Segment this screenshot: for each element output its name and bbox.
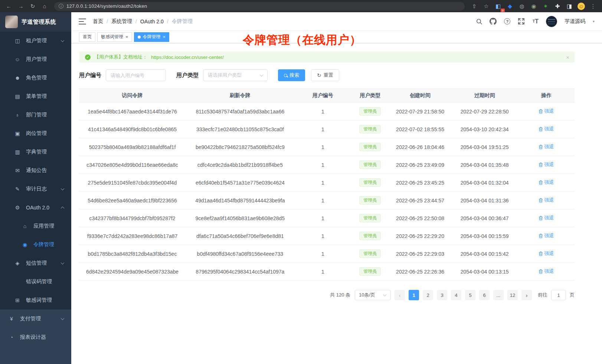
gem-extension-icon[interactable]: ◆ bbox=[505, 1, 515, 11]
force-logout-button[interactable]: 强退 bbox=[539, 126, 554, 132]
site-info-icon[interactable]: i bbox=[59, 4, 63, 9]
close-icon[interactable]: × bbox=[566, 54, 569, 60]
sidebar-item-notice[interactable]: ✉通知公告 bbox=[0, 161, 71, 180]
force-logout-button[interactable]: 强退 bbox=[539, 215, 554, 221]
chevron-down-icon[interactable]: ▾ bbox=[593, 19, 595, 23]
sidebar-item-pay[interactable]: ¥支付管理 bbox=[0, 310, 71, 328]
user-id-cell: 1 bbox=[295, 245, 351, 263]
page-size-select[interactable]: 10条/页 bbox=[355, 290, 391, 300]
user-type-select[interactable]: 请选择用户类型 bbox=[203, 69, 268, 81]
more-pages-button[interactable]: ... bbox=[493, 290, 504, 300]
action-cell: 强退 bbox=[518, 174, 575, 192]
user-type-cell: 管理员 bbox=[351, 120, 389, 138]
help-icon[interactable]: ? bbox=[504, 18, 511, 25]
collapse-sidebar-icon[interactable] bbox=[79, 19, 86, 24]
user-id-cell: 1 bbox=[295, 227, 351, 245]
doc-link[interactable]: https://doc.iocoder.cn/user-center/ bbox=[151, 54, 224, 60]
home-icon[interactable]: ⌂ bbox=[39, 1, 50, 11]
trash-icon bbox=[539, 162, 543, 167]
search-icon[interactable] bbox=[475, 18, 483, 25]
bookmark-star-icon[interactable]: ☆ bbox=[481, 1, 491, 11]
access-token-cell: 1ea5e44f8bc1467aaede43144f31de76 bbox=[79, 103, 186, 120]
prev-page-button[interactable]: ‹ bbox=[395, 290, 405, 300]
sidebar-item-report[interactable]: ◔报表设计器 bbox=[0, 328, 71, 347]
profile-avatar[interactable]: ☺ bbox=[576, 1, 586, 11]
user-type-badge: 管理员 bbox=[359, 267, 381, 275]
command-extension-icon[interactable]: ◍ bbox=[517, 1, 527, 11]
user-type-badge: 管理员 bbox=[359, 143, 381, 151]
force-logout-button[interactable]: 强退 bbox=[539, 197, 554, 203]
force-logout-button[interactable]: 强退 bbox=[539, 179, 554, 186]
force-logout-button[interactable]: 强退 bbox=[539, 232, 554, 239]
close-tab-icon[interactable]: × bbox=[125, 34, 128, 39]
app-logo[interactable]: 芋道管理系统 bbox=[0, 12, 71, 32]
page-buttons: 123456...12 bbox=[409, 290, 518, 300]
next-page-button[interactable]: › bbox=[521, 290, 532, 300]
github-icon[interactable] bbox=[490, 18, 497, 25]
sidebar-item-audit[interactable]: ✎审计日志 bbox=[0, 180, 71, 198]
circle-extension-icon[interactable]: ◉ bbox=[529, 1, 539, 11]
sidebar-item-tenant[interactable]: ◫租户管理 bbox=[0, 32, 71, 50]
forward-icon[interactable]: → bbox=[16, 1, 26, 11]
sidebar-menu-system-group: ◫租户管理☺用户管理☻角色管理▤菜单管理♁部门管理▣岗位管理▥字典管理✉通知公告… bbox=[0, 32, 71, 310]
sidebar-item-post[interactable]: ▣岗位管理 bbox=[0, 124, 71, 143]
tab-home[interactable]: 首页 bbox=[79, 32, 95, 42]
tab-view-1[interactable]: 敏感词管理× bbox=[97, 32, 132, 42]
back-icon[interactable]: ← bbox=[4, 1, 14, 11]
split-view-icon[interactable]: ◨ bbox=[564, 1, 575, 11]
goto-page-input[interactable] bbox=[551, 290, 566, 300]
force-logout-button[interactable]: 强退 bbox=[539, 108, 554, 115]
sidebar-item-role[interactable]: ☻角色管理 bbox=[0, 69, 71, 87]
user-avatar[interactable] bbox=[546, 16, 557, 27]
sidebar-item-user[interactable]: ☺用户管理 bbox=[0, 50, 71, 69]
search-button[interactable]: 搜索 bbox=[278, 69, 305, 81]
goto-label: 前往 bbox=[538, 292, 547, 298]
sidebar-item-oauth2-token[interactable]: ◉令牌管理 bbox=[0, 235, 71, 254]
refresh-token-cell: 49d1aa46d1454fbd87591444423be9fa bbox=[186, 192, 295, 209]
tab-view-2[interactable]: 令牌管理× bbox=[134, 32, 170, 42]
sidebar-item-dict[interactable]: ▥字典管理 bbox=[0, 143, 71, 161]
page-button-3[interactable]: 3 bbox=[437, 290, 447, 300]
page-button-4[interactable]: 4 bbox=[451, 290, 461, 300]
address-bar[interactable]: i 127.0.0.1:1024/system/oauth2/token bbox=[54, 2, 465, 11]
page-button-6[interactable]: 6 bbox=[479, 290, 490, 300]
sidebar-item-words[interactable]: ⊞敏感词管理 bbox=[0, 291, 71, 310]
share-icon[interactable]: ⇧ bbox=[469, 1, 480, 11]
sidebar-item-errcode[interactable]: 错误码管理 bbox=[0, 272, 71, 291]
force-logout-button[interactable]: 强退 bbox=[539, 268, 554, 275]
sidebar-item-oauth2[interactable]: ⚙OAuth 2.0 bbox=[0, 198, 71, 217]
browser-toolbar: ← → ↻ ⌂ i 127.0.0.1:1024/system/oauth2/t… bbox=[0, 0, 602, 12]
puzzle-extension-icon[interactable]: ✚ bbox=[552, 1, 563, 11]
breadcrumb-system[interactable]: 系统管理 bbox=[111, 18, 132, 25]
sidebar-item-menu[interactable]: ▤菜单管理 bbox=[0, 87, 71, 106]
reset-button[interactable]: ↻ 重置 bbox=[311, 69, 339, 81]
fullscreen-icon[interactable] bbox=[518, 18, 525, 25]
page-button-2[interactable]: 2 bbox=[423, 290, 433, 300]
user-id-input[interactable] bbox=[106, 69, 166, 81]
url-text: 127.0.0.1:1024/system/oauth2/token bbox=[66, 3, 147, 9]
sidebar-menu-root-group: ¥支付管理◔报表设计器 bbox=[0, 310, 71, 364]
sidebar-item-oauth2-app[interactable]: ⌂应用管理 bbox=[0, 217, 71, 235]
chevron-down-icon bbox=[61, 39, 65, 42]
breadcrumb-home[interactable]: 首页 bbox=[93, 18, 103, 25]
sidebar-item-dept[interactable]: ♁部门管理 bbox=[0, 106, 71, 124]
user-name[interactable]: 芋道源码 bbox=[565, 18, 585, 25]
reload-icon[interactable]: ↻ bbox=[27, 1, 38, 11]
user-id-cell: 1 bbox=[295, 263, 351, 281]
browser-menu-icon[interactable]: ⋮ bbox=[588, 1, 598, 11]
force-logout-button[interactable]: 强退 bbox=[539, 250, 554, 257]
font-size-icon[interactable]: TT bbox=[532, 18, 539, 25]
page-button-1[interactable]: 1 bbox=[409, 290, 419, 300]
star-extension-icon[interactable]: ✶ bbox=[540, 1, 551, 11]
blocks-extension-icon[interactable]: ◧9 bbox=[493, 1, 503, 11]
breadcrumb-oauth[interactable]: OAuth 2.0 bbox=[140, 19, 164, 24]
sidebar-item-sms[interactable]: ◈短信管理 bbox=[0, 254, 71, 272]
user-id-cell: 1 bbox=[295, 174, 351, 192]
force-logout-button[interactable]: 强退 bbox=[539, 161, 554, 168]
page-button-12[interactable]: 12 bbox=[507, 290, 518, 300]
force-logout-button[interactable]: 强退 bbox=[539, 143, 554, 150]
trash-icon bbox=[539, 127, 543, 132]
close-tab-icon[interactable]: × bbox=[163, 34, 166, 39]
page-button-5[interactable]: 5 bbox=[465, 290, 475, 300]
action-cell: 强退 bbox=[518, 138, 575, 156]
